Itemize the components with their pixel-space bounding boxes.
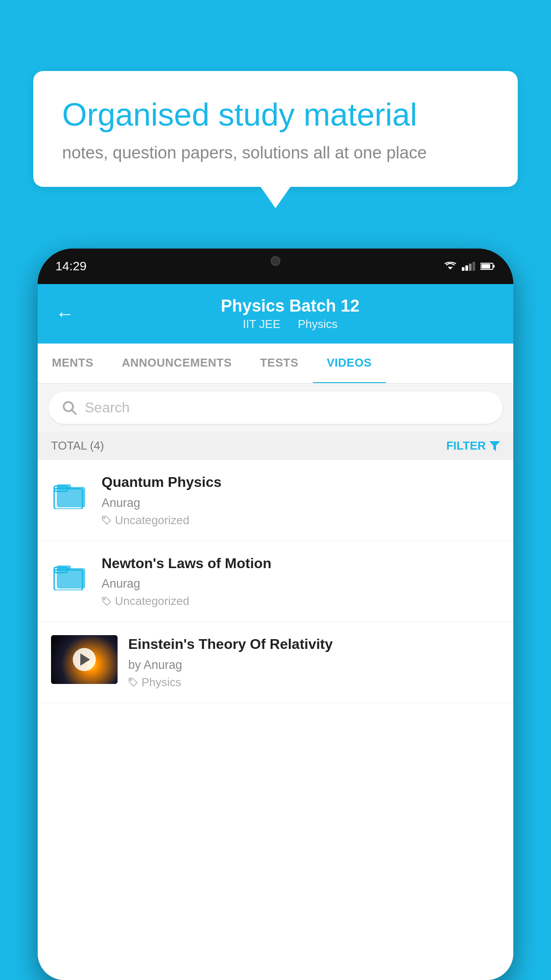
phone-screen: ← Physics Batch 12 IIT JEE Physics MENTS… (38, 284, 513, 980)
batch-title: Physics Batch 12 (85, 296, 496, 316)
svg-line-9 (72, 410, 76, 415)
status-bar: 14:29 (38, 249, 513, 284)
search-placeholder: Search (85, 399, 130, 416)
phone-notch (240, 249, 311, 273)
speech-bubble: Organised study material notes, question… (33, 71, 518, 187)
video-title: Newton's Laws of Motion (102, 554, 500, 573)
app-header: ← Physics Batch 12 IIT JEE Physics (38, 284, 513, 344)
search-bar[interactable]: Search (48, 391, 503, 424)
svg-rect-3 (469, 264, 472, 271)
camera (271, 256, 280, 266)
wifi-icon (444, 262, 457, 271)
signal-icon (462, 262, 475, 271)
svg-rect-2 (465, 265, 468, 271)
list-item[interactable]: Quantum Physics Anurag Uncategorized (38, 460, 513, 541)
svg-marker-0 (448, 267, 453, 269)
back-button[interactable]: ← (55, 303, 74, 324)
video-author: Anurag (102, 577, 500, 591)
list-item[interactable]: Newton's Laws of Motion Anurag Uncategor… (38, 541, 513, 622)
subtitle-subject: Physics (298, 317, 338, 331)
video-info: Newton's Laws of Motion Anurag Uncategor… (102, 554, 500, 609)
folder-icon-wrapper (51, 554, 91, 594)
svg-rect-16 (57, 568, 85, 589)
video-title: Einstein's Theory Of Relativity (128, 635, 500, 654)
header-title-block: Physics Batch 12 IIT JEE Physics (85, 296, 496, 331)
total-count: TOTAL (4) (51, 439, 104, 453)
folder-icon (53, 477, 89, 509)
video-info: Quantum Physics Anurag Uncategorized (102, 473, 500, 527)
list-item[interactable]: Einstein's Theory Of Relativity by Anura… (38, 622, 513, 703)
tag-icon (128, 677, 138, 687)
folder-icon (53, 558, 89, 590)
tag-label: Uncategorized (115, 594, 189, 608)
video-thumbnail (51, 635, 118, 684)
filter-funnel-icon (489, 441, 500, 451)
video-author: by Anurag (128, 658, 500, 672)
tab-tests[interactable]: TESTS (246, 344, 312, 383)
svg-point-8 (64, 402, 73, 411)
phone-frame: 14:29 (38, 249, 513, 980)
svg-rect-11 (57, 487, 85, 507)
video-title: Quantum Physics (102, 473, 500, 492)
svg-rect-6 (493, 265, 495, 268)
thumb-image (51, 635, 118, 684)
subtitle-iitjee: IIT JEE (243, 317, 280, 331)
search-icon (62, 400, 78, 416)
video-author: Anurag (102, 496, 500, 510)
video-tag: Uncategorized (102, 594, 500, 608)
filter-row: TOTAL (4) FILTER (38, 432, 513, 460)
battery-icon (480, 262, 496, 270)
tag-icon (102, 515, 111, 525)
status-icons (444, 262, 496, 271)
folder-icon-wrapper (51, 473, 91, 513)
tab-ments[interactable]: MENTS (38, 344, 108, 383)
play-button[interactable] (73, 648, 96, 671)
tag-icon (102, 597, 111, 606)
video-tag: Physics (128, 676, 500, 689)
svg-point-20 (104, 598, 105, 600)
svg-rect-7 (481, 264, 490, 269)
video-tag: Uncategorized (102, 514, 500, 527)
svg-point-15 (104, 518, 105, 519)
tab-announcements[interactable]: ANNOUNCEMENTS (108, 344, 246, 383)
video-info: Einstein's Theory Of Relativity by Anura… (128, 635, 500, 689)
svg-rect-4 (472, 262, 475, 271)
tabs-bar: MENTS ANNOUNCEMENTS TESTS VIDEOS (38, 344, 513, 383)
status-time: 14:29 (55, 259, 87, 273)
svg-point-21 (130, 680, 132, 681)
filter-label: FILTER (446, 439, 486, 453)
batch-subtitle: IIT JEE Physics (85, 317, 496, 331)
play-triangle-icon (80, 653, 90, 666)
video-list: Quantum Physics Anurag Uncategorized (38, 460, 513, 980)
svg-rect-1 (462, 267, 464, 271)
svg-marker-10 (489, 441, 500, 451)
hero-section: Organised study material notes, question… (33, 71, 518, 187)
tag-label: Physics (142, 676, 181, 689)
search-bar-container: Search (38, 383, 513, 432)
filter-button[interactable]: FILTER (446, 439, 500, 453)
tag-label: Uncategorized (115, 514, 189, 527)
hero-subtitle: notes, question papers, solutions all at… (62, 143, 489, 162)
hero-title: Organised study material (62, 95, 489, 134)
tab-videos[interactable]: VIDEOS (313, 344, 386, 383)
